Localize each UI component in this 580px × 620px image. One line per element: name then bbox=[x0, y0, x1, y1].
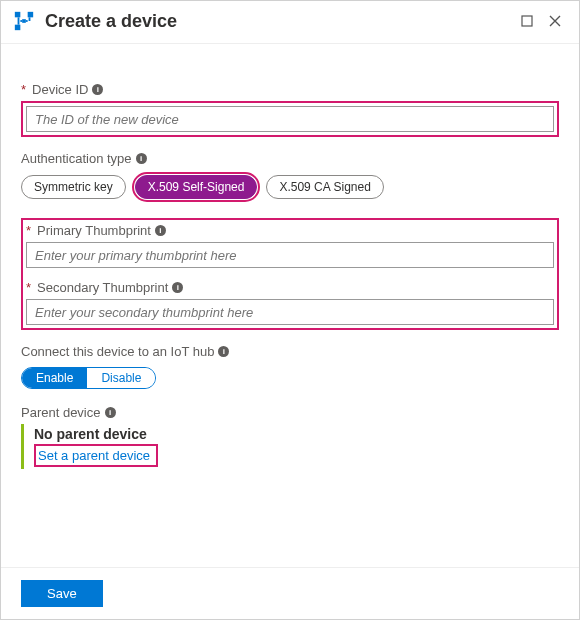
svg-rect-0 bbox=[15, 12, 21, 18]
info-icon[interactable]: i bbox=[155, 225, 166, 236]
svg-rect-8 bbox=[18, 21, 20, 25]
svg-rect-6 bbox=[20, 20, 22, 22]
connect-enable[interactable]: Enable bbox=[22, 368, 87, 388]
required-marker: * bbox=[26, 223, 31, 238]
svg-rect-2 bbox=[15, 25, 21, 30]
close-button[interactable] bbox=[543, 9, 567, 33]
svg-rect-9 bbox=[522, 16, 532, 26]
svg-rect-5 bbox=[29, 17, 31, 21]
maximize-button[interactable] bbox=[515, 9, 539, 33]
svg-rect-3 bbox=[22, 19, 26, 23]
parent-device-label: Parent device i bbox=[21, 405, 559, 420]
connect-label: Connect this device to an IoT hub i bbox=[21, 344, 559, 359]
connect-disable[interactable]: Disable bbox=[87, 368, 155, 388]
info-icon[interactable]: i bbox=[92, 84, 103, 95]
auth-option-casigned[interactable]: X.509 CA Signed bbox=[266, 175, 383, 199]
auth-option-selfsigned[interactable]: X.509 Self-Signed bbox=[135, 175, 258, 199]
info-icon[interactable]: i bbox=[105, 407, 116, 418]
save-button[interactable]: Save bbox=[21, 580, 103, 607]
device-id-highlight bbox=[21, 101, 559, 137]
set-parent-device-link[interactable]: Set a parent device bbox=[38, 448, 150, 463]
auth-type-options: Symmetric key X.509 Self-Signed X.509 CA… bbox=[21, 172, 559, 202]
auth-option-selfsigned-highlight: X.509 Self-Signed bbox=[132, 172, 261, 202]
svg-rect-7 bbox=[26, 20, 28, 22]
auth-type-label: Authentication type i bbox=[21, 151, 559, 166]
svg-rect-1 bbox=[28, 12, 33, 18]
info-icon[interactable]: i bbox=[172, 282, 183, 293]
info-icon[interactable]: i bbox=[136, 153, 147, 164]
dialog-title: Create a device bbox=[45, 11, 511, 32]
secondary-thumbprint-label: * Secondary Thumbprint i bbox=[26, 280, 554, 295]
required-marker: * bbox=[26, 280, 31, 295]
required-marker: * bbox=[21, 82, 26, 97]
secondary-thumbprint-input[interactable] bbox=[26, 299, 554, 325]
svg-rect-4 bbox=[18, 17, 20, 21]
primary-thumbprint-input[interactable] bbox=[26, 242, 554, 268]
thumbprints-highlight: * Primary Thumbprint i * Secondary Thumb… bbox=[21, 218, 559, 330]
dialog-footer: Save bbox=[1, 567, 579, 619]
set-parent-highlight: Set a parent device bbox=[34, 444, 158, 467]
device-id-label: * Device ID i bbox=[21, 82, 559, 97]
dialog-body: * Device ID i Authentication type i Symm… bbox=[1, 44, 579, 469]
primary-thumbprint-label: * Primary Thumbprint i bbox=[26, 223, 554, 238]
device-id-input[interactable] bbox=[26, 106, 554, 132]
parent-device-status: No parent device bbox=[34, 426, 559, 442]
dialog-header: Create a device bbox=[1, 1, 579, 44]
iot-device-icon bbox=[13, 10, 35, 32]
info-icon[interactable]: i bbox=[218, 346, 229, 357]
auth-option-symmetric[interactable]: Symmetric key bbox=[21, 175, 126, 199]
parent-device-block: No parent device Set a parent device bbox=[21, 424, 559, 469]
connect-toggle: Enable Disable bbox=[21, 367, 156, 389]
